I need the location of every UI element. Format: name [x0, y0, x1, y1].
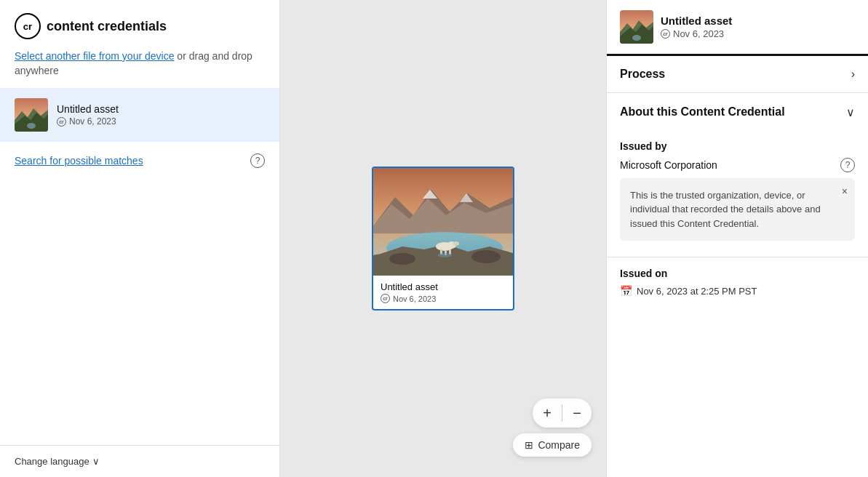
right-asset-info: Untitled asset cr Nov 6, 2023: [661, 15, 732, 39]
logo-area: cr content credentials: [15, 13, 265, 39]
asset-date: cr Nov 6, 2023: [57, 116, 119, 127]
issued-on-label: Issued on: [620, 268, 855, 279]
issuer-name: Microsoft Corporation: [620, 159, 717, 171]
cr-badge: cr: [57, 117, 66, 127]
canvas-controls: + − ⊞ Compare: [513, 398, 592, 457]
card-title: Untitled asset: [381, 281, 506, 292]
search-help-icon[interactable]: ?: [250, 153, 265, 168]
right-asset-name: Untitled asset: [661, 15, 732, 27]
language-label: Change language: [15, 456, 89, 467]
language-chevron: ∨: [92, 456, 100, 467]
sidebar-header: cr content credentials Select another fi…: [0, 0, 279, 88]
tooltip-text: This is the trusted organization, device…: [630, 188, 845, 231]
right-asset-date: cr Nov 6, 2023: [661, 28, 732, 39]
logo-title: content credentials: [47, 19, 167, 34]
svg-point-15: [453, 241, 459, 246]
issued-by-label: Issued by: [620, 140, 855, 152]
right-cr-badge: cr: [661, 29, 670, 39]
image-card: Untitled asset cr Nov 6, 2023: [372, 167, 514, 310]
card-date: cr Nov 6, 2023: [381, 294, 506, 303]
select-file-text: Select another file from your device or …: [15, 49, 265, 78]
zoom-controls: + −: [533, 398, 592, 428]
calendar-icon: 📅: [620, 285, 632, 297]
issued-by-section: Issued by Microsoft Corporation ? This i…: [620, 132, 855, 257]
issued-on-row: 📅 Nov 6, 2023 at 2:25 PM PST: [620, 285, 855, 297]
language-selector[interactable]: Change language ∨: [0, 445, 279, 477]
about-header[interactable]: About this Content Credential ∨: [620, 93, 855, 132]
asset-list-item[interactable]: Untitled asset cr Nov 6, 2023: [0, 88, 279, 142]
svg-point-3: [27, 123, 36, 129]
card-footer: Untitled asset cr Nov 6, 2023: [373, 276, 513, 309]
zoom-out-button[interactable]: −: [562, 398, 592, 428]
zoom-in-button[interactable]: +: [533, 398, 562, 428]
asset-info: Untitled asset cr Nov 6, 2023: [57, 103, 119, 127]
issued-on-date: Nov 6, 2023 at 2:25 PM PST: [637, 286, 757, 297]
search-section: Search for possible matches ?: [0, 142, 279, 180]
about-chevron-icon: ∨: [846, 105, 855, 119]
content-credentials-logo-icon: cr: [15, 13, 41, 39]
right-panel-header: Untitled asset cr Nov 6, 2023: [607, 0, 868, 56]
svg-point-12: [471, 250, 501, 263]
asset-name: Untitled asset: [57, 103, 119, 115]
about-title: About this Content Credential: [620, 105, 785, 120]
svg-point-19: [437, 253, 452, 257]
select-file-link[interactable]: Select another file from your device: [15, 50, 174, 62]
asset-thumbnail: [15, 98, 48, 132]
card-cr-badge: cr: [381, 294, 390, 303]
compare-label: Compare: [538, 439, 580, 451]
search-matches-link[interactable]: Search for possible matches: [15, 155, 143, 167]
process-label: Process: [620, 68, 665, 81]
right-asset-thumbnail: [620, 10, 653, 44]
compare-icon: ⊞: [525, 439, 533, 451]
issued-by-row: Microsoft Corporation ?: [620, 158, 855, 172]
issuer-help-icon[interactable]: ?: [840, 158, 855, 172]
issued-on-section: Issued on 📅 Nov 6, 2023 at 2:25 PM PST: [607, 257, 868, 307]
compare-button[interactable]: ⊞ Compare: [513, 433, 592, 457]
svg-point-23: [632, 35, 641, 41]
process-section[interactable]: Process ›: [607, 56, 868, 93]
right-panel: Untitled asset cr Nov 6, 2023 Process › …: [606, 0, 868, 477]
process-chevron-icon: ›: [851, 68, 855, 81]
svg-point-11: [389, 253, 415, 265]
about-section: About this Content Credential ∨ Issued b…: [607, 93, 868, 257]
card-image: [373, 168, 513, 276]
canvas-area: Untitled asset cr Nov 6, 2023 + − ⊞ Comp…: [280, 0, 606, 477]
issuer-tooltip: This is the trusted organization, device…: [620, 178, 855, 241]
sidebar: cr content credentials Select another fi…: [0, 0, 280, 477]
tooltip-close-button[interactable]: ×: [842, 185, 848, 197]
